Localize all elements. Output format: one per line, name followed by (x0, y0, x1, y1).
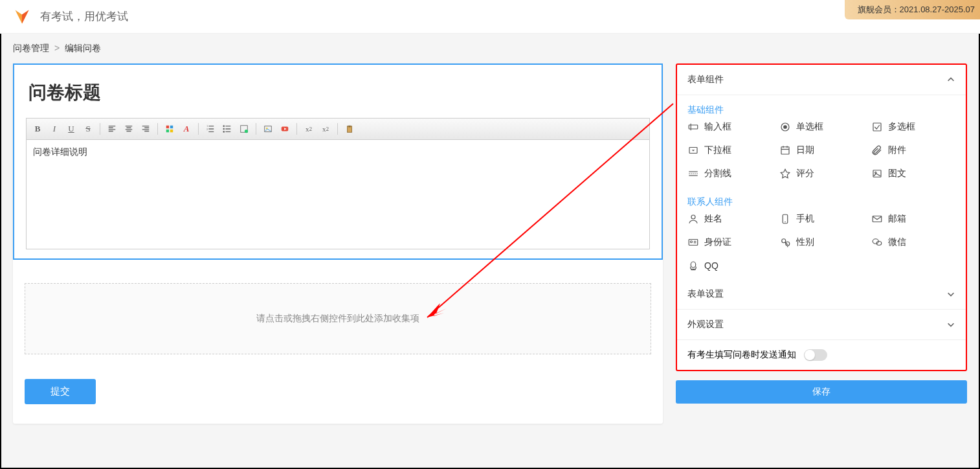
svg-point-8 (223, 131, 225, 133)
align-left-icon[interactable] (105, 122, 119, 136)
superscript-icon[interactable]: x2 (302, 122, 316, 136)
underline-icon[interactable]: U (64, 122, 78, 136)
svg-point-7 (223, 128, 225, 130)
paste-icon[interactable] (342, 122, 357, 136)
color-icon[interactable] (162, 122, 177, 136)
drop-zone[interactable]: 请点击或拖拽右侧控件到此处添加收集项 (25, 283, 651, 354)
strike-icon[interactable]: S (81, 122, 95, 136)
app-logo-icon (13, 8, 31, 26)
svg-rect-1 (170, 126, 173, 128)
ordered-list-icon[interactable]: 12 (203, 122, 217, 136)
svg-rect-0 (166, 126, 169, 128)
align-right-icon[interactable] (139, 122, 153, 136)
subscript-icon[interactable]: x2 (318, 122, 333, 136)
image-icon[interactable] (261, 122, 275, 136)
editor-card: 问卷标题 B I U S (13, 63, 663, 424)
svg-text:2: 2 (206, 128, 208, 131)
submit-button[interactable]: 提交 (25, 379, 96, 404)
header-slogan: 有考试，用优考试 (40, 9, 128, 24)
title-block[interactable]: 问卷标题 B I U S (13, 63, 663, 260)
align-center-icon[interactable] (122, 122, 136, 136)
top-header: 有考试，用优考试 旗舰会员：2021.08.27-2025.07 (0, 0, 980, 34)
bold-icon[interactable]: B (30, 122, 45, 136)
font-icon[interactable]: A (179, 122, 194, 136)
svg-rect-2 (166, 130, 169, 132)
svg-rect-3 (170, 130, 173, 132)
notify-toggle[interactable] (804, 349, 827, 361)
vip-badge: 旗舰会员：2021.08.27-2025.07 (845, 0, 980, 19)
youtube-icon[interactable] (278, 122, 292, 136)
rte-toolbar: B I U S A (26, 118, 650, 139)
rte-body[interactable]: 问卷详细说明 (26, 139, 650, 249)
unordered-list-icon[interactable] (220, 122, 234, 136)
svg-rect-15 (348, 126, 351, 128)
italic-icon[interactable]: I (47, 122, 61, 136)
insert-item-icon[interactable] (237, 122, 251, 136)
svg-point-10 (245, 130, 248, 133)
survey-title[interactable]: 问卷标题 (26, 80, 650, 105)
svg-point-6 (223, 125, 225, 127)
